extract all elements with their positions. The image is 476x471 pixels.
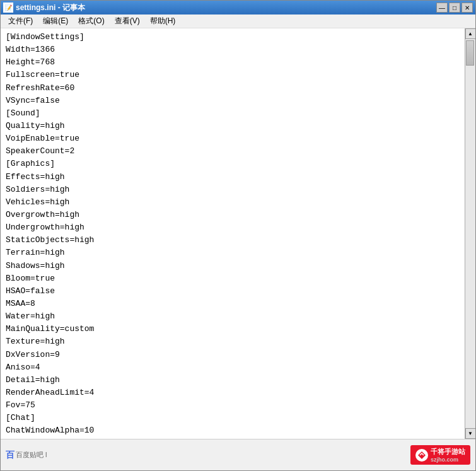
menu-edit[interactable]: 编辑(E) — [38, 15, 73, 28]
app-icon: 📝 — [3, 3, 13, 13]
menu-bar: 文件(F) 编辑(E) 格式(O) 查看(V) 帮助(H) — [1, 15, 475, 28]
scrollbar[interactable]: ▲ ▼ — [465, 28, 475, 439]
window-controls: — □ ✕ — [436, 3, 473, 13]
content-area: [WindowSettings] Width=1366 Height=768 F… — [1, 28, 475, 439]
bottom-left: 百 百度贴吧 l — [6, 450, 47, 461]
menu-file[interactable]: 文件(F) — [3, 15, 38, 28]
site-sub: szjho.com — [431, 456, 458, 463]
bottom-right: 千将手游站 szjho.com — [410, 445, 470, 465]
bottom-bar: 百 百度贴吧 l 千将手游站 szjho.com — [1, 439, 475, 470]
title-bar: 📝 settings.ini - 记事本 — □ ✕ — [1, 1, 475, 15]
title-bar-left: 📝 settings.ini - 记事本 — [3, 3, 85, 13]
menu-help[interactable]: 帮助(H) — [145, 15, 181, 28]
baidu-text: 百度贴吧 l — [16, 450, 47, 460]
menu-view[interactable]: 查看(V) — [110, 15, 145, 28]
scroll-up-button[interactable]: ▲ — [465, 28, 476, 39]
close-button[interactable]: ✕ — [461, 3, 473, 13]
watermark-icon — [415, 449, 428, 462]
site-name: 千将手游站 — [431, 447, 465, 456]
minimize-button[interactable]: — — [436, 3, 448, 13]
baidu-logo: 百 百度贴吧 l — [6, 450, 47, 461]
maximize-button[interactable]: □ — [449, 3, 460, 13]
scrollbar-thumb[interactable] — [466, 40, 474, 66]
window: 📝 settings.ini - 记事本 — □ ✕ 文件(F) 编辑(E) 格… — [0, 0, 476, 471]
scrollbar-track[interactable] — [465, 39, 475, 428]
menu-format[interactable]: 格式(O) — [73, 15, 109, 28]
text-editor[interactable]: [WindowSettings] Width=1366 Height=768 F… — [1, 28, 465, 439]
scroll-down-button[interactable]: ▼ — [465, 428, 476, 439]
watermark: 千将手游站 szjho.com — [410, 445, 470, 465]
window-title: settings.ini - 记事本 — [16, 3, 85, 13]
